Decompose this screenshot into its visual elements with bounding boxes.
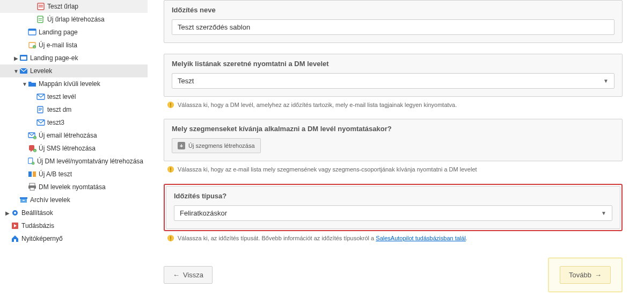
new-sms-icon: +: [28, 144, 36, 153]
sidebar-item-14[interactable]: ▶DM levelek nyomtatása: [0, 181, 148, 194]
kb-link[interactable]: SalesAutopilot tudásbázisban talál: [376, 235, 466, 241]
svg-rect-46: [170, 168, 171, 170]
svg-rect-7: [28, 29, 36, 31]
sidebar-item-label: Landing page-ek: [30, 54, 78, 62]
new-list-icon: +: [28, 41, 36, 49]
svg-rect-2: [39, 6, 43, 8]
sidebar-item-label: Új űrlap létrehozása: [47, 16, 105, 23]
next-button[interactable]: Tovább →: [560, 266, 611, 284]
sidebar-item-18[interactable]: ▶Nyitóképernyő: [0, 232, 148, 245]
panel-segments: Mely szegmenseket kívánja alkalmazni a D…: [164, 119, 623, 161]
list-hint: Válassza ki, hogy a DM levél, amelyhez a…: [167, 101, 623, 109]
timing-type-label: Időzítés típusa?: [166, 187, 620, 205]
list-select-label: Melyik listának szeretné nyomtatni a DM …: [164, 54, 622, 73]
svg-rect-44: [170, 106, 171, 108]
sidebar-item-1[interactable]: ▶Új űrlap létrehozása: [0, 13, 148, 26]
timing-type-value: Feliratkozáskor: [180, 209, 227, 217]
back-button[interactable]: ← Vissza: [164, 266, 213, 284]
sidebar-item-label: teszt dm: [47, 106, 71, 113]
landing-icon: [28, 28, 36, 37]
sidebar-item-11[interactable]: ▶+Új SMS létrehozása: [0, 142, 148, 155]
sidebar: ▶Teszt űrlap▶Új űrlap létrehozása▶Landin…: [0, 0, 148, 301]
svg-text:+: +: [34, 149, 36, 152]
sidebar-item-4[interactable]: ▶Landing page-ek: [0, 52, 148, 64]
sidebar-item-15[interactable]: ▶Archív levelek: [0, 194, 148, 206]
svg-text:+: +: [32, 162, 34, 164]
landing-pages-icon: [19, 54, 28, 62]
svg-rect-47: [170, 171, 171, 172]
envelope-icon: [36, 118, 45, 127]
sidebar-item-label: DM levelek nyomtatása: [39, 183, 106, 191]
timing-type-hint: Válassza ki, az időzítés típusát. Bővebb…: [167, 234, 623, 242]
main-content: Időzítés neve Melyik listának szeretné n…: [148, 0, 644, 301]
sidebar-item-label: Új DM levél/nyomtatvány létrehozása: [37, 157, 143, 165]
chevron-right-icon: ▶: [4, 210, 11, 216]
arrow-left-icon: ←: [173, 271, 180, 279]
print-icon: [28, 183, 36, 191]
dm-icon: [36, 105, 45, 114]
svg-rect-12: [21, 56, 26, 60]
sidebar-item-label: teszt levél: [47, 93, 76, 101]
sidebar-item-0[interactable]: ▶Teszt űrlap: [0, 0, 148, 13]
svg-rect-4: [39, 18, 42, 19]
sidebar-item-6[interactable]: ▼Mappán kívüli levelek: [0, 77, 148, 90]
sidebar-item-label: Landing page: [39, 28, 78, 36]
timing-type-select[interactable]: Feliratkozáskor ▼: [174, 205, 612, 221]
sidebar-item-17[interactable]: ▶Tudásbázis: [0, 219, 148, 232]
timing-name-label: Időzítés neve: [164, 1, 622, 19]
svg-rect-49: [170, 236, 171, 239]
svg-rect-18: [39, 110, 41, 111]
sidebar-item-label: Mappán kívüli levelek: [39, 80, 100, 88]
plus-icon: +: [178, 142, 185, 149]
sidebar-item-13[interactable]: ▶Új A/B teszt: [0, 168, 148, 181]
next-label: Tovább: [569, 271, 591, 279]
settings-icon: [11, 209, 19, 217]
svg-rect-36: [23, 200, 25, 201]
svg-rect-17: [39, 109, 42, 110]
new-form-icon: [36, 15, 45, 24]
chevron-right-icon: ▶: [13, 55, 19, 61]
segments-label: Mely szegmenseket kívánja alkalmazni a D…: [164, 119, 622, 138]
svg-rect-3: [38, 16, 43, 23]
sidebar-item-label: Új SMS létrehozása: [39, 145, 96, 152]
svg-rect-50: [170, 239, 171, 240]
envelope-icon: [36, 92, 45, 101]
svg-rect-33: [30, 188, 34, 190]
chevron-down-icon: ▼: [21, 81, 28, 87]
list-select[interactable]: Teszt ▼: [172, 73, 614, 89]
add-segment-label: Új szegmens létrehozása: [188, 142, 255, 149]
svg-text:+: +: [34, 45, 35, 48]
sidebar-item-12[interactable]: ▶+Új DM levél/nyomtatvány létrehozása: [0, 155, 148, 168]
timing-name-input[interactable]: [172, 19, 614, 35]
sidebar-item-3[interactable]: ▶+Új e-mail lista: [0, 39, 148, 52]
chevron-down-icon: ▼: [13, 68, 19, 74]
sidebar-item-label: Új A/B teszt: [39, 170, 72, 178]
sidebar-item-7[interactable]: ▶teszt levél: [0, 90, 148, 103]
sidebar-item-label: Archív levelek: [30, 196, 70, 204]
add-segment-button[interactable]: + Új szegmens létrehozása: [172, 138, 261, 153]
sidebar-item-label: Új email létrehozása: [39, 132, 97, 139]
svg-rect-43: [170, 103, 171, 106]
svg-rect-1: [39, 5, 43, 6]
segments-hint: Válassza ki, hogy az e-mail lista mely s…: [167, 166, 623, 174]
sidebar-item-8[interactable]: ▶teszt dm: [0, 103, 148, 116]
lightbulb-icon: [167, 101, 174, 109]
next-button-highlight: Tovább →: [548, 257, 623, 292]
sidebar-item-5[interactable]: ▼Levelek: [0, 64, 148, 77]
svg-rect-34: [20, 197, 27, 199]
sidebar-item-label: teszt3: [47, 119, 64, 126]
svg-rect-30: [33, 171, 36, 177]
svg-rect-5: [39, 20, 42, 20]
sidebar-item-9[interactable]: ▶teszt3: [0, 116, 148, 129]
sidebar-item-label: Tudásbázis: [21, 222, 54, 230]
svg-rect-16: [39, 108, 42, 109]
letters-icon: [19, 67, 28, 75]
sidebar-item-16[interactable]: ▶Beállítások: [0, 206, 148, 219]
panel-timing-name: Időzítés neve: [164, 0, 623, 43]
new-email-icon: +: [28, 131, 36, 140]
sidebar-item-2[interactable]: ▶Landing page: [0, 26, 148, 39]
svg-text:+: +: [34, 136, 36, 139]
sidebar-item-10[interactable]: ▶+Új email létrehozása: [0, 129, 148, 142]
svg-rect-41: [14, 239, 16, 242]
panel-timing-type: Időzítés típusa? Feliratkozáskor ▼: [166, 186, 620, 229]
